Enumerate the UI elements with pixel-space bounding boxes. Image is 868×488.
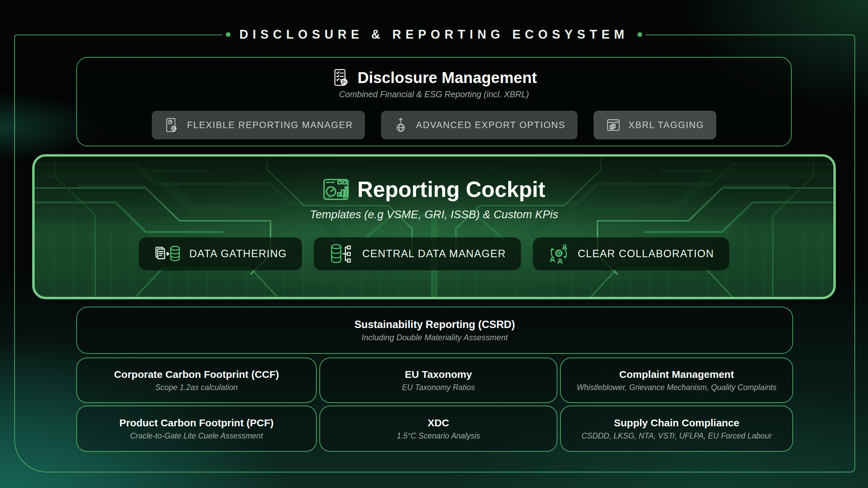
module-subtitle: EU Taxonomy Ratios <box>402 383 475 392</box>
module-supply-chain-compliance[interactable]: Supply Chain Compliance CSDDD, LKSG, NTA… <box>560 406 793 452</box>
reporting-cockpit-panel: Reporting Cockpit Templates (e.g VSME, G… <box>32 154 836 299</box>
module-subtitle: Scope 1.2as calculation <box>155 383 238 392</box>
people-gear-cycle-icon <box>548 243 570 264</box>
csrd-card[interactable]: Sustainability Reporting (CSRD) Includin… <box>76 307 793 354</box>
disclosure-feature-row: FLEXIBLE REPORTING MANAGER ADVANCED EXPO… <box>152 111 716 139</box>
globe-export-icon <box>393 117 409 133</box>
cockpit-feature-row: DATA GATHERING <box>139 237 729 270</box>
database-nodes-icon <box>329 243 354 264</box>
report-pie-gear-icon <box>164 117 179 133</box>
disclosure-management-panel: Disclosure Management Combined Financial… <box>76 57 792 146</box>
csrd-title: Sustainability Reporting (CSRD) <box>354 319 515 331</box>
feature-xbrl-tagging[interactable]: XBRL TAGGING <box>594 111 716 139</box>
module-corporate-carbon-footprint[interactable]: Corporate Carbon Footprint (CCF) Scope 1… <box>76 358 317 403</box>
checklist-gear-icon <box>331 68 349 87</box>
feature-label: CLEAR COLLABORATION <box>578 248 714 260</box>
feature-label: ADVANCED EXPORT OPTIONS <box>416 120 566 130</box>
feature-advanced-export-options[interactable]: ADVANCED EXPORT OPTIONS <box>381 111 577 139</box>
cockpit-subtitle: Templates (e.g VSME, GRI, ISSB) & Custom… <box>310 208 558 221</box>
page-title: DISCLOSURE & REPORTING ECOSYSTEM <box>222 27 646 42</box>
disclosure-subtitle: Combined Financial & ESG Reporting (incl… <box>339 89 529 99</box>
module-subtitle: CSDDD, LKSG, NTA, VSTr, UFLPA, EU Forced… <box>581 431 772 441</box>
module-title: XDC <box>428 417 449 429</box>
module-title: Supply Chain Compliance <box>614 417 739 429</box>
feature-label: DATA GATHERING <box>189 248 287 260</box>
disclosure-title: Disclosure Management <box>357 68 537 87</box>
ecosystem-diagram: DISCLOSURE & REPORTING ECOSYSTEM Disclos… <box>0 0 868 488</box>
module-product-carbon-footprint[interactable]: Product Carbon Footprint (PCF) Cracle-to… <box>76 406 317 452</box>
dashboard-gauge-icon <box>323 176 349 203</box>
module-eu-taxonomy[interactable]: EU Taxonomy EU Taxonomy Ratios <box>319 358 557 403</box>
doc-to-database-icon <box>154 243 181 264</box>
module-title: Complaint Management <box>619 369 734 380</box>
title-right-dot-icon <box>637 32 642 37</box>
page-title-text: DISCLOSURE & REPORTING ECOSYSTEM <box>239 27 629 42</box>
module-subtitle: Whistleblower, Grievance Mechanism, Qual… <box>577 383 776 392</box>
module-subtitle: 1.5°C Scenario Analysis <box>397 431 480 441</box>
feature-label: FLEXIBLE REPORTING MANAGER <box>187 120 353 130</box>
module-complaint-management[interactable]: Complaint Management Whistleblower, Grie… <box>560 358 793 403</box>
window-tags-icon <box>606 117 621 133</box>
feature-clear-collaboration[interactable]: CLEAR COLLABORATION <box>533 237 729 270</box>
module-title: Product Carbon Footprint (PCF) <box>119 417 274 429</box>
feature-data-gathering[interactable]: DATA GATHERING <box>139 237 302 270</box>
feature-label: CENTRAL DATA MANAGER <box>362 248 506 260</box>
cockpit-title: Reporting Cockpit <box>357 177 546 202</box>
module-title: Corporate Carbon Footprint (CCF) <box>114 369 279 380</box>
module-title: EU Taxonomy <box>405 369 472 380</box>
title-left-dot-icon <box>226 32 231 37</box>
feature-central-data-manager[interactable]: CENTRAL DATA MANAGER <box>314 237 521 270</box>
csrd-subtitle: Including Double Materiality Assessment <box>361 333 508 342</box>
module-xdc[interactable]: XDC 1.5°C Scenario Analysis <box>319 406 557 452</box>
module-subtitle: Cracle-to-Gate Lite Cuele Assessment <box>130 431 263 441</box>
feature-flexible-reporting-manager[interactable]: FLEXIBLE REPORTING MANAGER <box>152 111 365 139</box>
feature-label: XBRL TAGGING <box>629 120 704 130</box>
